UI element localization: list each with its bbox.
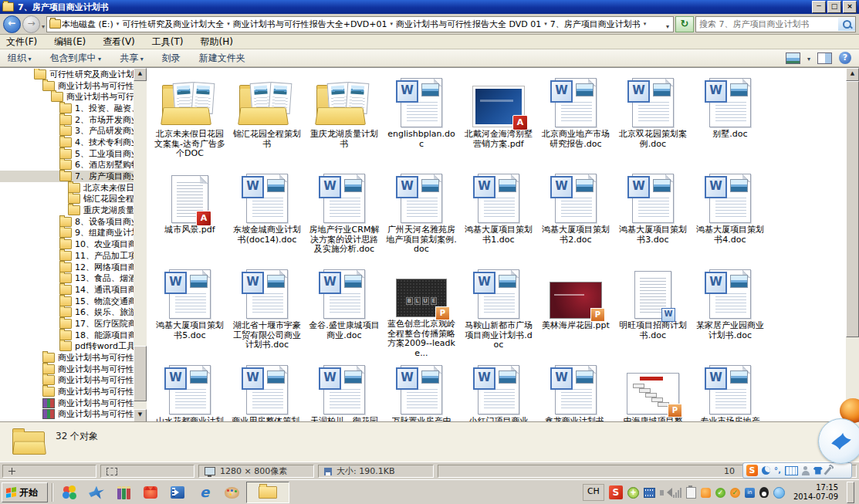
file-item[interactable]: W鸿基大厦项目策划书2.doc	[537, 166, 614, 262]
file-item[interactable]: W明旺项目招商计划书.doc	[614, 262, 692, 357]
sidebar-item[interactable]: 9、组建商业计划书	[0, 228, 134, 239]
ie-icon[interactable]: e	[192, 482, 217, 502]
file-item[interactable]: W山水花都商业计划书.doc	[151, 357, 228, 422]
punctuation-icon[interactable]	[774, 466, 781, 475]
scroll-up-icon[interactable]	[134, 68, 147, 81]
menu-item[interactable]: 工具(T)	[152, 36, 184, 49]
file-item[interactable]: W鸿基大厦项目策划书5.doc	[151, 262, 228, 357]
menu-item[interactable]: 查看(V)	[103, 36, 135, 49]
views-dropdown-icon[interactable]	[807, 52, 810, 63]
file-item[interactable]: W天润柏川、御花园假日广场宣传企划案.doc	[306, 357, 383, 422]
menu-item[interactable]: 帮助(H)	[201, 36, 233, 49]
file-item[interactable]: A城市风景.pdf	[151, 166, 228, 262]
floating-speed-ball[interactable]	[818, 418, 859, 464]
file-item[interactable]: W金谷.盛世康城项目商业.doc	[306, 262, 383, 357]
sidebar-item[interactable]: 5、工业项目商业计	[0, 148, 134, 160]
chevron-icon[interactable]: ▾	[388, 21, 396, 27]
sidebar-item[interactable]: 14、通讯项目商业	[0, 284, 134, 296]
fox-icon[interactable]: ✓	[730, 488, 740, 498]
sidebar-item[interactable]: 1、投资、融资、创	[0, 103, 134, 114]
sidebar-item[interactable]: 商业计划书与可行性报	[0, 375, 134, 387]
breadcrumb-segment[interactable]: 本地磁盘 (E:)	[61, 19, 114, 30]
file-item[interactable]: W某家居产业园商业计划书.doc	[692, 262, 769, 357]
coin-icon[interactable]: +	[627, 487, 639, 499]
file-item[interactable]: 重庆龙湖质量计划书	[306, 70, 383, 166]
sidebar-item[interactable]: 商业计划书与可行性报	[0, 386, 134, 397]
sidebar-item[interactable]: 3、产品研发商业计	[0, 125, 134, 137]
chevron-icon[interactable]: ▾	[641, 21, 649, 27]
signal-icon[interactable]	[673, 488, 681, 498]
account-icon[interactable]	[802, 466, 810, 475]
file-item[interactable]: W北京双花园策划案例.doc	[614, 70, 692, 166]
file-item[interactable]: W专业市场房地产	[692, 357, 769, 422]
start-button[interactable]: 开始	[2, 482, 48, 502]
address-dropdown-icon[interactable]	[665, 17, 671, 32]
menu-item[interactable]: 文件(F)	[6, 36, 37, 49]
file-list-scrollbar[interactable]	[846, 68, 859, 422]
sidebar-item[interactable]: 商业计划书与可行性报	[0, 364, 134, 375]
minimize-button[interactable]: ─	[812, 1, 826, 13]
chevron-icon[interactable]: ▾	[225, 21, 232, 27]
toolbar-button[interactable]: 包含到库中	[50, 52, 102, 65]
menu-item[interactable]: 编辑(E)	[54, 36, 86, 49]
file-item[interactable]: P美林海岸花园.ppt	[537, 262, 614, 357]
recent-pages-dropdown[interactable]	[42, 17, 45, 32]
toolbar-button[interactable]: 刻录	[162, 52, 181, 65]
qq-icon[interactable]	[759, 487, 769, 498]
file-item[interactable]: W鸿基大厦项目策划书4.doc	[692, 166, 769, 262]
winrar-icon[interactable]	[111, 482, 136, 502]
sidebar-scrollbar[interactable]	[134, 68, 147, 422]
file-item[interactable]: W鑫龙商业计划书.	[537, 357, 614, 422]
file-item[interactable]: W湖北省十堰市宇豪工贸有限公司商业计划书.doc	[228, 262, 306, 357]
soft-keyboard-icon[interactable]	[785, 466, 798, 475]
paint-icon[interactable]	[219, 482, 244, 502]
sogou-tray-icon[interactable]: S	[609, 485, 623, 499]
file-item[interactable]: P中海康城项目整	[614, 357, 692, 422]
refresh-button[interactable]	[675, 16, 694, 32]
sidebar-item[interactable]: 锦汇花园全程策	[0, 194, 134, 205]
sidebar-item[interactable]: 16、娱乐、旅游服	[0, 306, 134, 318]
file-item[interactable]: W马鞍山新都市广场项目商业计划书.doc	[460, 262, 537, 357]
sidebar-item[interactable]: 商业计划书与可行性	[0, 91, 134, 103]
speaker-icon[interactable]	[660, 490, 668, 496]
sogou-logo-icon[interactable]: S	[746, 465, 758, 476]
scroll-up-icon[interactable]	[846, 68, 859, 81]
file-item[interactable]: 北京未来假日花园文案集-达奇广告多个DOC	[151, 70, 228, 166]
inbox-icon[interactable]: in	[745, 488, 755, 498]
file-item[interactable]: W房地产行业CRM解决方案的设计思路及实施分析.doc	[306, 166, 383, 262]
back-button[interactable]	[3, 15, 21, 33]
sidebar-item[interactable]: 13、食品、烟酒、	[0, 272, 134, 284]
breadcrumb-segment[interactable]: 商业计划书与可行性报告大全+DVD+01	[232, 19, 388, 30]
taskbar-active-window[interactable]	[246, 482, 289, 503]
sidebar-item[interactable]: 18、能源项目商业	[0, 330, 134, 341]
toolbar-button[interactable]: 新建文件夹	[199, 52, 245, 65]
mode-moon-icon[interactable]	[762, 466, 770, 475]
bluebird-icon[interactable]	[84, 482, 109, 502]
file-item[interactable]: W小红门项目商业	[460, 357, 537, 422]
sidebar-item[interactable]: 6、酒店别墅购物中	[0, 160, 134, 171]
scrollbar-thumb[interactable]	[134, 346, 147, 401]
sidebar-item[interactable]: 12、网络项目商业	[0, 262, 134, 273]
toolbar-button[interactable]: 组织	[8, 52, 32, 65]
close-button[interactable]: ×	[843, 1, 857, 13]
breadcrumb-segment[interactable]: 可行性研究及商业计划大全	[121, 19, 225, 30]
file-item[interactable]: W别墅.doc	[692, 70, 769, 166]
file-item[interactable]: W鸿基大厦项目策划书1.doc	[460, 166, 537, 262]
ime-toolbar[interactable]: S	[742, 462, 852, 479]
sidebar-item[interactable]: 7、房产项目商业计	[0, 171, 134, 182]
breadcrumb-segment[interactable]: 7、房产项目商业计划书	[550, 19, 641, 30]
maximize-button[interactable]: □	[827, 1, 841, 13]
sidebar-item[interactable]: 商业计划书与可行性报	[0, 352, 134, 364]
sidebar-item[interactable]: 北京未来假日花	[0, 182, 134, 194]
sidebar-item[interactable]: 4、技术专利商业计	[0, 137, 134, 148]
file-item[interactable]: BLUEP蓝色创意北京观岭全程整合传播策略方案2009--leadke...	[383, 262, 460, 357]
sidebar-item[interactable]: 15、物流交通商业	[0, 296, 134, 307]
chevron-icon[interactable]: ▾	[542, 21, 550, 27]
views-icon[interactable]	[786, 52, 800, 64]
search-box[interactable]	[695, 16, 856, 32]
clipboard-icon[interactable]	[686, 487, 696, 499]
file-item[interactable]: W万脉置业房产中	[383, 357, 460, 422]
search-button[interactable]	[838, 18, 855, 31]
wangwang-icon[interactable]	[701, 488, 711, 498]
search-input[interactable]	[696, 19, 838, 29]
